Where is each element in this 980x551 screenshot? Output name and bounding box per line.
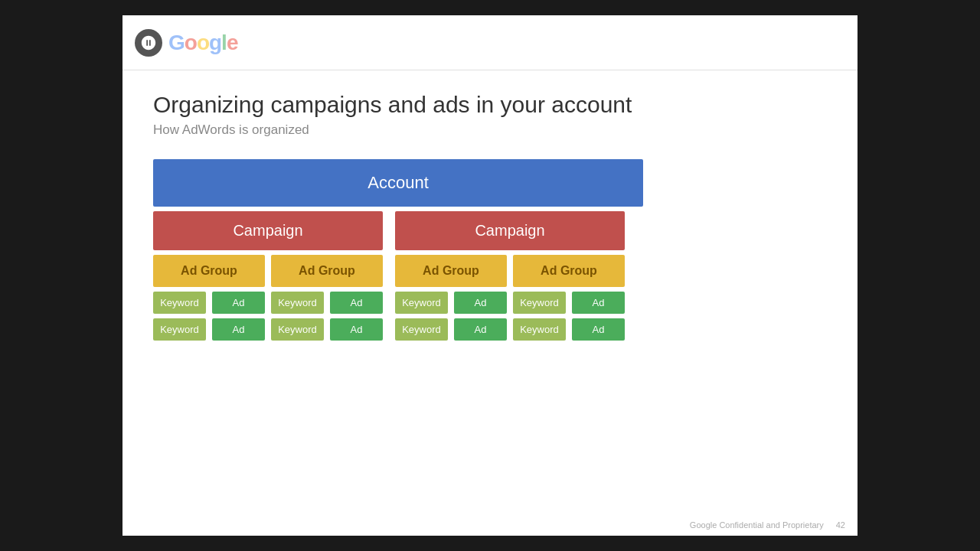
keyword-box-4a: Keyword bbox=[395, 318, 448, 341]
kw-ads-section-2: Keyword Ad Keyword Ad Keyword bbox=[153, 318, 643, 341]
slide-container: Google Organizing campaigns and ads in y… bbox=[122, 15, 858, 536]
keyword-box-1a: Keyword bbox=[153, 292, 206, 314]
ad-box-2a: Ad bbox=[454, 292, 507, 314]
campaigns-row: Campaign Campaign bbox=[153, 211, 643, 250]
kw-ads-sub-2c: Keyword bbox=[513, 292, 566, 314]
google-logo: Google bbox=[168, 31, 237, 55]
kw-ads-sub-4a: Keyword bbox=[395, 318, 448, 341]
ad-group-2-label: Ad Group bbox=[299, 264, 355, 277]
campaign-block-1: Campaign bbox=[153, 211, 383, 250]
ad-group-block-1: Ad Group bbox=[153, 255, 265, 287]
campaign-2-label: Campaign bbox=[475, 222, 544, 239]
ad-groups-right: Ad Group Ad Group bbox=[395, 255, 625, 287]
diagram: Account Campaign Campaign Ad Group bbox=[153, 159, 827, 341]
kw-ads-sub-1c: Keyword bbox=[271, 292, 324, 314]
kw-ads-sub-3a: Keyword bbox=[153, 318, 206, 341]
campaign-block-2: Campaign bbox=[395, 211, 625, 250]
hangouts-icon bbox=[135, 29, 162, 57]
ad-group-3-label: Ad Group bbox=[423, 264, 479, 277]
ad-box-3b: Ad bbox=[330, 318, 383, 341]
footer: Google Confidential and Proprietary 42 bbox=[690, 520, 845, 530]
kw-ads-group-3: Keyword Ad Keyword Ad bbox=[153, 318, 383, 341]
campaign-1-label: Campaign bbox=[233, 222, 302, 239]
kw-ads-sub-3b: Ad bbox=[212, 318, 265, 341]
ad-box-3a: Ad bbox=[212, 318, 265, 341]
slide-subtitle: How AdWords is organized bbox=[153, 122, 827, 138]
footer-page-number: 42 bbox=[836, 520, 845, 530]
ad-group-block-4: Ad Group bbox=[513, 255, 625, 287]
kw-ads-sub-1b: Ad bbox=[212, 292, 265, 314]
ad-groups-row: Ad Group Ad Group Ad Group Ad Group bbox=[153, 255, 643, 287]
logo-l: l bbox=[221, 31, 227, 55]
account-label: Account bbox=[368, 173, 429, 192]
kw-ads-group-1: Keyword Ad Keyword Ad bbox=[153, 292, 383, 314]
ad-group-1-label: Ad Group bbox=[181, 264, 237, 277]
kw-ads-sub-4d: Ad bbox=[572, 318, 625, 341]
slide-title: Organizing campaigns and ads in your acc… bbox=[153, 92, 827, 118]
keyword-box-2c: Keyword bbox=[513, 292, 566, 314]
logo-g2: g bbox=[209, 31, 221, 55]
header-bar: Google bbox=[122, 15, 858, 70]
kw-ads-sub-2b: Ad bbox=[454, 292, 507, 314]
ad-group-block-2: Ad Group bbox=[271, 255, 383, 287]
keyword-box-3a: Keyword bbox=[153, 318, 206, 341]
keyword-box-3c: Keyword bbox=[271, 318, 324, 341]
ad-box-2b: Ad bbox=[572, 292, 625, 314]
kw-ads-sub-1a: Keyword bbox=[153, 292, 206, 314]
keyword-box-4c: Keyword bbox=[513, 318, 566, 341]
ad-group-4-label: Ad Group bbox=[541, 264, 597, 277]
kw-ads-sub-1d: Ad bbox=[330, 292, 383, 314]
kw-ads-sub-3d: Ad bbox=[330, 318, 383, 341]
kw-ads-sub-4b: Ad bbox=[454, 318, 507, 341]
kw-ads-sub-2d: Ad bbox=[572, 292, 625, 314]
logo-o1: o bbox=[185, 31, 197, 55]
logo-g1: G bbox=[168, 31, 185, 55]
ad-box-1b: Ad bbox=[330, 292, 383, 314]
logo-e: e bbox=[227, 31, 238, 55]
keyword-box-1c: Keyword bbox=[271, 292, 324, 314]
kw-ads-sub-4c: Keyword bbox=[513, 318, 566, 341]
kw-ads-group-2: Keyword Ad Keyword Ad bbox=[395, 292, 625, 314]
ad-box-1a: Ad bbox=[212, 292, 265, 314]
footer-confidential: Google Confidential and Proprietary bbox=[690, 520, 824, 530]
kw-ads-sub-3c: Keyword bbox=[271, 318, 324, 341]
ad-box-4b: Ad bbox=[572, 318, 625, 341]
kw-ads-group-4: Keyword Ad Keyword Ad bbox=[395, 318, 625, 341]
logo-o2: o bbox=[197, 31, 209, 55]
account-block: Account bbox=[153, 159, 643, 207]
slide-content: Organizing campaigns and ads in your acc… bbox=[122, 70, 858, 536]
ad-groups-left: Ad Group Ad Group bbox=[153, 255, 383, 287]
ad-group-block-3: Ad Group bbox=[395, 255, 507, 287]
ad-box-4a: Ad bbox=[454, 318, 507, 341]
keyword-box-2a: Keyword bbox=[395, 292, 448, 314]
kw-ads-section-1: Keyword Ad Keyword Ad Keyw bbox=[153, 292, 643, 314]
kw-ads-sub-2a: Keyword bbox=[395, 292, 448, 314]
